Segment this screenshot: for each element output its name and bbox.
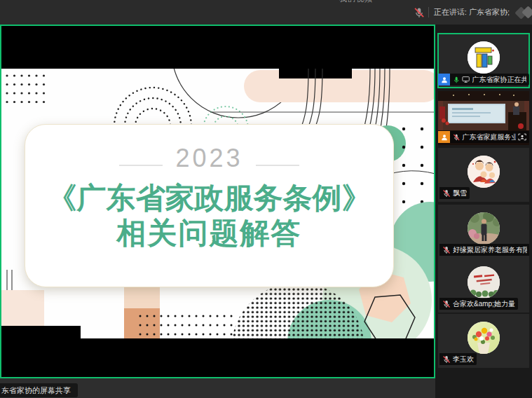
- participant-name: 李玉欢: [453, 355, 474, 364]
- member-badge-icon: [438, 74, 450, 85]
- participant-tile-6[interactable]: 李玉欢: [438, 314, 529, 368]
- cartoon-family-avatar: [468, 156, 500, 188]
- participant-tile-5[interactable]: 合家欢&amp;她力量: [438, 259, 529, 313]
- participant-label: 广东省家庭服务业...: [438, 131, 529, 143]
- member-badge-icon: [438, 131, 450, 143]
- participant-label: 合家欢&amp;她力量: [439, 298, 518, 310]
- slide-title-line2: 相关问题解答: [117, 216, 302, 251]
- divider: [428, 7, 429, 18]
- mic-muted-icon: [442, 355, 451, 364]
- mic-muted-icon: [453, 133, 460, 142]
- flower-bouquet-avatar: [468, 322, 500, 354]
- mic-muted-icon: [442, 300, 451, 308]
- top-bar: 我的视频 正在讲话: 广东省家协;: [0, 0, 532, 25]
- slide-year-row: 2023: [119, 146, 299, 171]
- mic-muted-icon: [442, 189, 451, 198]
- shared-screen-area: 2023 《广东省家政服务条例》 相关问题解答: [0, 25, 435, 378]
- participant-tile-2[interactable]: 广东省家庭服务业...: [438, 91, 529, 145]
- slide-title-card: 2023 《广东省家政服务条例》 相关问题解答: [25, 124, 394, 287]
- slide-title-line1: 《广东省家政服务条例》: [48, 181, 371, 216]
- backdrop-wall-avatar: [468, 266, 500, 298]
- focus-view-icon[interactable]: [518, 132, 526, 142]
- screen-share-icon: [462, 76, 470, 83]
- participant-name: 飘雪: [453, 188, 467, 198]
- double-diamond-logo-icon: [515, 5, 532, 20]
- meeting-window: 我的视频 正在讲话: 广东省家协;: [0, 0, 532, 398]
- participant-tile-3[interactable]: 飘雪: [438, 148, 529, 202]
- participant-name: 好缘聚居家养老服务有限公...: [453, 245, 527, 255]
- participant-name: 广东省家协正在共享: [472, 75, 526, 85]
- person-outdoors-avatar: [468, 212, 500, 245]
- mic-on-icon: [453, 76, 460, 84]
- participant-label: 好缘聚居家养老服务有限公...: [439, 244, 529, 256]
- participant-name: 合家欢&amp;她力量: [453, 299, 515, 309]
- participant-tile-4[interactable]: 好缘聚居家养老服务有限公...: [438, 205, 529, 259]
- window-title-clipped: 我的视频: [314, 0, 398, 3]
- org-logo-avatar: [468, 41, 500, 74]
- participant-tile-1[interactable]: 广东省家协正在共享: [438, 34, 529, 88]
- share-tooltip: 东省家协的屏幕共享: [0, 383, 78, 397]
- participant-label: 飘雪: [439, 187, 470, 199]
- black-block-bottom-left: [0, 326, 81, 338]
- participant-label: 李玉欢: [439, 353, 477, 365]
- mic-muted-icon: [414, 7, 425, 18]
- speaking-status: 正在讲话: 广东省家协;: [434, 7, 510, 18]
- participant-name: 广东省家庭服务业...: [462, 132, 515, 142]
- mic-muted-icon: [442, 246, 451, 254]
- slide-year: 2023: [175, 146, 243, 171]
- participants-sidebar: 广东省家协正在共享: [435, 25, 532, 398]
- light-peach-block: [124, 286, 160, 308]
- participant-label: 广东省家协正在共享: [438, 74, 529, 85]
